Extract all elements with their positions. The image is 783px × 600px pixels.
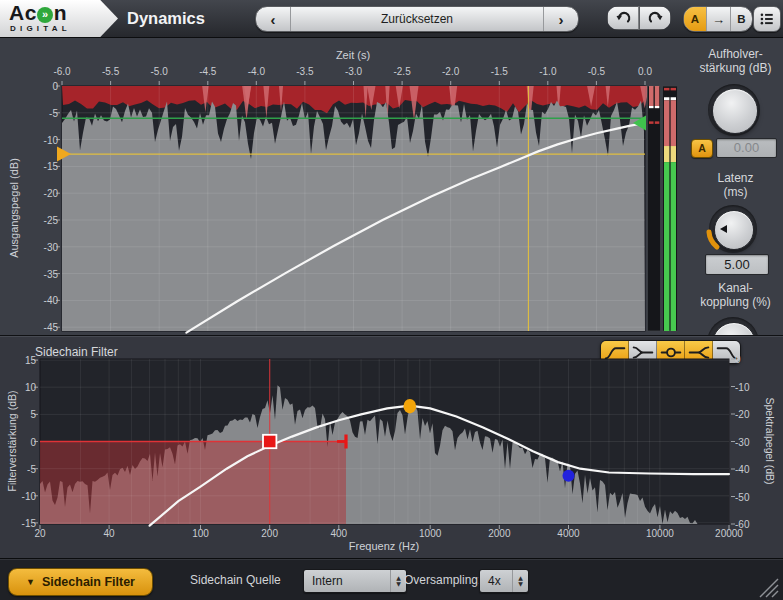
tick-label: -45 [44, 322, 58, 333]
tick-label: -3.5 [296, 66, 313, 77]
tick-label: 15 [25, 355, 36, 366]
sidechain-filter-toggle-button[interactable]: ▼ Sidechain Filter [8, 568, 153, 596]
tick-label: -30 [735, 436, 749, 447]
oversampling-dropdown[interactable]: 4x ▲▼ [479, 569, 529, 593]
ab-compare-group: A → B [683, 6, 753, 32]
tick-label: 10000 [646, 528, 674, 539]
tick-label: -1.0 [539, 66, 556, 77]
makeup-gain-label-1: Aufholver- [688, 48, 783, 61]
tick-label: 100 [192, 528, 209, 539]
undo-button[interactable] [607, 6, 639, 30]
oversampling-label: Oversampling: [404, 568, 481, 592]
peak-band-handle[interactable] [404, 399, 417, 414]
tick-label: 0 [52, 81, 58, 92]
tick-label: 20000 [715, 528, 743, 539]
plugin-title: Dynamics [127, 0, 205, 37]
tick-label: -5 [49, 107, 58, 118]
highpass-handle[interactable] [263, 435, 276, 448]
preset-prev-button[interactable]: ‹ [256, 7, 291, 31]
tick-label: 40 [104, 528, 115, 539]
makeup-gain-value[interactable]: 0.00 [716, 138, 777, 158]
ab-b-button[interactable]: B [731, 7, 752, 31]
tick-label: 1000 [419, 528, 441, 539]
tick-label: 0 [30, 436, 36, 447]
dynamics-plugin-window: Ac»n DIGITAL Dynamics ‹ Zurücksetzen › [0, 0, 783, 600]
sidechain-toggle-label: Sidechain Filter [42, 575, 135, 589]
logo-play-icon: » [37, 7, 53, 23]
preset-next-button[interactable]: › [543, 7, 578, 31]
redo-icon [647, 10, 664, 27]
sidechain-filter-plot[interactable] [40, 359, 729, 524]
tick-label: -4.5 [199, 66, 216, 77]
resize-grip[interactable] [758, 577, 780, 599]
tick-label: 20 [34, 528, 45, 539]
tick-label: 4000 [557, 528, 579, 539]
highshelf-handle[interactable] [563, 470, 575, 482]
tick-label: -20 [735, 409, 749, 420]
tick-label: -20 [44, 188, 58, 199]
tick-label: -40 [735, 464, 749, 475]
preset-list-button[interactable] [753, 6, 781, 32]
tick-label: -5.0 [151, 66, 168, 77]
tick-label: -1.5 [491, 66, 508, 77]
tick-label: -3.0 [345, 66, 362, 77]
undo-redo-group [607, 6, 671, 30]
tick-label: -15 [22, 517, 36, 528]
latency-label-2: (ms) [688, 186, 783, 199]
ab-copy-arrow-button[interactable]: → [706, 7, 731, 31]
tick-label: -2.0 [442, 66, 459, 77]
sidechain-source-label: Sidechain Quelle [190, 568, 281, 592]
sidechain-source-dropdown[interactable]: Intern ▲▼ [303, 569, 407, 593]
sc-x-axis-title: Frequenz (Hz) [349, 540, 419, 552]
tick-label: 0 [735, 354, 741, 365]
channel-coupling-label-1: Kanal- [688, 282, 783, 295]
latency-knob-indicator [703, 199, 763, 259]
tick-label: -25 [44, 215, 58, 226]
tick-label: -30 [44, 241, 58, 252]
tick-label: -10 [735, 381, 749, 392]
logo-brand: Ac»n [9, 1, 67, 25]
ab-a-button[interactable]: A [684, 7, 706, 31]
collapse-triangle-icon: ▼ [26, 577, 35, 587]
tick-label: 2000 [488, 528, 510, 539]
makeup-gain-knob[interactable] [712, 88, 758, 134]
tick-label: -4.0 [248, 66, 265, 77]
latency-label-1: Latenz [688, 172, 783, 185]
tick-label: -0.5 [588, 66, 605, 77]
makeup-auto-button[interactable]: A [691, 139, 713, 158]
preset-selector: ‹ Zurücksetzen › [255, 6, 579, 32]
spinner-arrows-icon[interactable]: ▲▼ [512, 570, 528, 592]
tick-label: -35 [44, 268, 58, 279]
latency-value[interactable]: 5.00 [705, 254, 769, 275]
main-y-axis-title: Ausgangspegel (dB) [8, 158, 20, 258]
tick-label: -5.5 [102, 66, 119, 77]
makeup-gain-label-2: stärkung (dB) [688, 62, 783, 75]
sidechain-source-value: Intern [304, 574, 390, 588]
preset-list-icon [759, 12, 775, 26]
main-graph-plot[interactable] [62, 86, 645, 331]
redo-button[interactable] [639, 6, 671, 30]
bottom-bar: ▼ Sidechain Filter Sidechain Quelle Inte… [0, 558, 783, 600]
channel-coupling-label-2: kopplung (%) [688, 296, 783, 309]
tick-label: -40 [44, 295, 58, 306]
tick-label: -6.0 [53, 66, 70, 77]
preset-name[interactable]: Zurücksetzen [291, 7, 543, 31]
tick-label: 5 [30, 409, 36, 420]
logo-sub: DIGITAL [10, 24, 71, 33]
lowshelf-icon [631, 344, 655, 361]
acon-digital-logo: Ac»n DIGITAL [0, 0, 118, 37]
highpass-icon [603, 344, 627, 361]
tick-label: 10 [25, 382, 36, 393]
tick-label: -2.5 [393, 66, 410, 77]
sc-left-axis-title: Filterverstärkung (dB) [6, 391, 18, 492]
sc-right-axis-title: Spektralpegel (dB) [764, 398, 776, 485]
titlebar: Ac»n DIGITAL Dynamics ‹ Zurücksetzen › [0, 0, 783, 38]
main-x-axis-title: Zeit (s) [336, 49, 370, 61]
tick-label: -10 [22, 490, 36, 501]
undo-icon [615, 10, 632, 27]
tick-label: -10 [44, 134, 58, 145]
tick-label: -50 [735, 491, 749, 502]
level-meters [646, 86, 682, 331]
tick-label: -5 [27, 463, 36, 474]
sidechain-panel-title: Sidechain Filter [35, 345, 118, 359]
